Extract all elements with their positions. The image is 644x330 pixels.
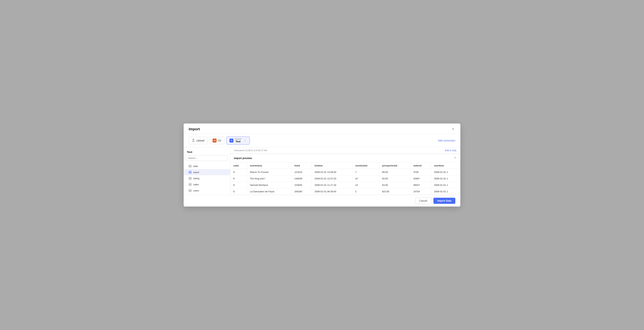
table-icon: [189, 177, 192, 180]
modal-title: Import: [189, 127, 200, 131]
sidebar-item-listing-label: listing: [193, 177, 199, 180]
import-data-button[interactable]: Import Data: [434, 198, 455, 204]
table-cell-starttime: 2008-01-01 1: [431, 176, 460, 182]
table-row: 9Hannah Montana1538352008-01-01 11:17:16…: [230, 182, 460, 188]
table-cell-listtime: 2008-01-01 06:38:45: [312, 188, 352, 195]
table-cell-catid: 8: [230, 188, 247, 195]
table-cell-priceperticket: 99.00: [379, 169, 410, 176]
modal-footer: Cancel Import Data: [184, 195, 460, 206]
preview-table: catid eventname listid listtime numticke…: [230, 162, 460, 195]
col-header-eventname: eventname: [247, 162, 291, 169]
table-icon: [189, 165, 192, 168]
modal-header: Import ×: [184, 124, 460, 134]
main-content: Test date: [184, 147, 460, 195]
import-modal: Import × Upload S3 S3: [184, 124, 460, 206]
redshift-icon: [230, 138, 234, 142]
preview-collapse-button[interactable]: [454, 156, 457, 160]
canvas-topbar: Autosaved 11/18/21 at 8:30:37 AM Edit in…: [230, 147, 460, 154]
upload-connection-button[interactable]: Upload: [189, 137, 207, 144]
table-cell-eventname: Hannah Montana: [247, 182, 291, 188]
svg-rect-1: [189, 165, 191, 167]
preview-section: Import preview catid eve: [230, 154, 460, 195]
redshift-text-block: Redshift Test: [235, 138, 242, 143]
upload-label: Upload: [196, 139, 204, 142]
table-cell-sellerid: 49537: [410, 182, 431, 188]
redshift-label-main: Test: [235, 140, 242, 143]
search-input-wrap: [184, 155, 230, 163]
edit-in-sql-button[interactable]: Edit in SQL: [445, 149, 457, 152]
canvas-area: Autosaved 11/18/21 at 8:30:37 AM Edit in…: [230, 147, 460, 195]
sidebar-title: Test: [184, 147, 230, 155]
table-cell-starttime: 2008-01-01 1: [431, 169, 460, 176]
table-cell-priceperticket: 63.00: [379, 182, 410, 188]
redshift-connection-button[interactable]: Redshift Test ⋮: [226, 136, 250, 144]
sidebar-item-sales[interactable]: sales: [184, 181, 230, 188]
table-cell-priceperticket: 823.00: [379, 188, 410, 195]
s3-label: S3: [218, 139, 221, 142]
svg-rect-21: [189, 189, 191, 192]
redshift-label-small: Redshift: [235, 138, 242, 140]
table-icon: [189, 183, 192, 186]
sidebar: Test date: [184, 147, 230, 195]
svg-rect-11: [189, 177, 191, 180]
table-icon: [189, 171, 192, 174]
table-cell-numtickets: 14: [352, 182, 379, 188]
table-cell-listid: 153835: [292, 182, 312, 188]
preview-title: Import preview: [234, 157, 252, 160]
sidebar-item-date[interactable]: date: [184, 163, 230, 169]
col-header-listtime: listtime: [312, 162, 352, 169]
chevron-up-icon: [454, 156, 457, 159]
search-input[interactable]: [186, 155, 228, 161]
s3-connection-button[interactable]: S3 S3: [210, 137, 224, 144]
cancel-button[interactable]: Cancel: [415, 198, 432, 204]
svg-rect-16: [189, 183, 191, 186]
sidebar-item-listing[interactable]: listing: [184, 175, 230, 181]
col-header-listid: listid: [292, 162, 312, 169]
table-cell-sellerid: 14754: [410, 188, 431, 195]
table-cell-numtickets: 2: [352, 188, 379, 195]
table-cell-listtime: 2008-01-01 11:17:16: [312, 182, 352, 188]
sidebar-item-users-label: users: [193, 189, 199, 192]
table-cell-listtime: 2008-01-01 12:37:20: [312, 176, 352, 182]
add-connection-button[interactable]: Add connection: [438, 139, 455, 142]
s3-icon: S3: [212, 138, 216, 142]
table-cell-eventname: Return To Forever: [247, 169, 291, 176]
table-cell-numtickets: 7: [352, 169, 379, 176]
modal-overlay: Import × Upload S3 S3: [0, 0, 644, 330]
sidebar-item-sales-label: sales: [193, 183, 199, 186]
table-cell-numtickets: 24: [352, 176, 379, 182]
table-cell-listid: 146839: [292, 176, 312, 182]
col-header-catid: catid: [230, 162, 247, 169]
col-header-priceperticket: priceperticket: [379, 162, 410, 169]
svg-rect-6: [189, 171, 191, 174]
table-cell-catid: 9: [230, 169, 247, 176]
table-cell-listid: 206280: [292, 188, 312, 195]
close-button[interactable]: ×: [451, 127, 455, 132]
col-header-starttime: starttime: [431, 162, 460, 169]
sidebar-item-users[interactable]: users: [184, 188, 230, 194]
preview-table-wrap: catid eventname listid listtime numticke…: [230, 162, 460, 195]
sidebar-item-event-label: event: [193, 171, 199, 174]
table-cell-starttime: 2008-01-01 1: [431, 182, 460, 188]
table-cell-priceperticket: 93.00: [379, 176, 410, 182]
table-cell-listid: 121610: [292, 169, 312, 176]
table-row: 8La Damnation de Faust2062802008-01-01 0…: [230, 188, 460, 195]
col-header-sellerid: sellerid: [410, 162, 431, 169]
table-row: 6The King and I1468392008-01-01 12:37:20…: [230, 176, 460, 182]
sidebar-item-event[interactable]: event: [184, 169, 230, 175]
table-icon: [189, 189, 192, 192]
table-cell-eventname: The King and I: [247, 176, 291, 182]
upload-icon: [192, 138, 195, 142]
col-header-numtickets: numtickets: [352, 162, 379, 169]
table-cell-catid: 9: [230, 182, 247, 188]
table-row: 9Return To Forever1216102008-01-01 12:09…: [230, 169, 460, 176]
autosaved-text: Autosaved 11/18/21 at 8:30:37 AM: [234, 149, 267, 152]
sidebar-item-date-label: date: [193, 165, 198, 168]
redshift-menu-dots[interactable]: ⋮: [244, 138, 247, 142]
preview-header: Import preview: [230, 154, 460, 162]
connection-bar: Upload S3 S3 Redshift Test ⋮: [184, 134, 460, 147]
svg-point-0: [230, 140, 232, 142]
table-cell-starttime: 2008-01-01 1: [431, 188, 460, 195]
table-cell-listtime: 2008-01-01 12:09:40: [312, 169, 352, 176]
table-cell-sellerid: 42967: [410, 176, 431, 182]
